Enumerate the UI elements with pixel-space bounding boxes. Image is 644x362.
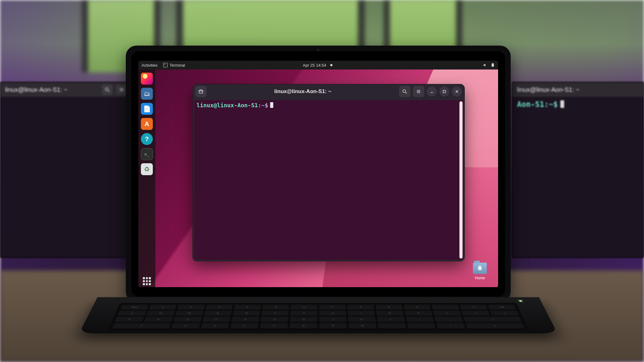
dock-trash[interactable]: ♻ xyxy=(141,163,153,175)
notifications-icon[interactable] xyxy=(329,63,334,67)
terminal-cursor xyxy=(270,102,273,108)
ubuntu-dock: 🗂 📄 A ? >_ ♻ xyxy=(138,70,155,287)
svg-point-5 xyxy=(330,64,333,66)
topbar-app-indicator[interactable]: Terminal xyxy=(163,63,185,68)
new-tab-button[interactable] xyxy=(195,86,207,97)
volume-icon[interactable] xyxy=(483,63,487,67)
prompt-path: ~ xyxy=(261,102,265,109)
screen-bezel: Activities Terminal Apr 25 14:54 xyxy=(131,51,505,297)
gnome-topbar: Activities Terminal Apr 25 14:54 xyxy=(138,61,498,70)
battery-icon[interactable] xyxy=(491,63,495,67)
dock-help[interactable]: ? xyxy=(141,133,153,145)
folder-home-icon xyxy=(473,263,487,274)
svg-point-12 xyxy=(403,90,406,92)
laptop-lid: Activities Terminal Apr 25 14:54 xyxy=(126,46,511,302)
close-button[interactable] xyxy=(452,86,462,97)
screen: Activities Terminal Apr 25 14:54 xyxy=(138,61,498,287)
terminal-scrollbar[interactable] xyxy=(459,101,463,259)
topbar-datetime[interactable]: Apr 25 14:54 xyxy=(303,63,326,68)
ext-terminal-body: Aon-S1:~$ xyxy=(513,97,643,112)
terminal-body[interactable]: linux@linux-Aon-S1:~$ xyxy=(194,100,463,260)
svg-line-1 xyxy=(108,90,109,92)
svg-rect-9 xyxy=(199,90,203,93)
svg-marker-6 xyxy=(484,64,486,66)
terminal-title: linux@linux-Aon-S1: ~ xyxy=(209,88,397,95)
show-applications-button[interactable] xyxy=(141,275,153,287)
keyboard: Esc1234567890-=⌫ ⇥QWERTYUIOP[]\ ⇪ASDFGHJ… xyxy=(108,303,529,330)
dock-firefox[interactable] xyxy=(141,73,153,85)
search-button[interactable] xyxy=(399,86,410,97)
document-icon: 📄 xyxy=(143,105,151,113)
svg-rect-18 xyxy=(443,90,446,93)
ext-terminal-title: linux@linux-Aon-S1: ~ xyxy=(5,86,68,93)
help-icon: ? xyxy=(145,136,149,143)
dock-files[interactable]: 🗂 xyxy=(141,88,153,100)
files-icon: 🗂 xyxy=(144,90,150,97)
topbar-app-label: Terminal xyxy=(169,63,185,68)
terminal-icon: >_ xyxy=(144,152,149,157)
external-monitor-left: linux@linux-Aon-S1: ~ xyxy=(0,82,132,258)
terminal-icon xyxy=(163,63,168,67)
menu-button[interactable] xyxy=(413,86,424,97)
ext-terminal-titlebar: linux@linux-Aon-S1: ~ xyxy=(513,82,643,97)
svg-rect-7 xyxy=(492,64,494,67)
prompt-userhost: linux@linux-Aon-S1 xyxy=(197,102,258,109)
ext-terminal-title: linux@linux-Aon-S1: ~ xyxy=(517,86,580,93)
cursor-block xyxy=(560,100,564,108)
terminal-window[interactable]: linux@linux-Aon-S1: ~ xyxy=(192,84,465,261)
recycle-icon: ♻ xyxy=(144,165,150,173)
ext-terminal-prompt: Aon-S1:~$ xyxy=(517,100,558,109)
svg-rect-8 xyxy=(492,63,493,64)
desktop-wallpaper: Home linux@linux-Aon-S1: ~ xyxy=(138,70,498,287)
dock-writer[interactable]: 📄 xyxy=(141,103,153,115)
ext-terminal-body xyxy=(1,97,131,103)
power-led xyxy=(519,300,522,302)
prompt-symbol: $ xyxy=(265,102,268,109)
svg-point-0 xyxy=(105,88,108,91)
terminal-headerbar[interactable]: linux@linux-Aon-S1: ~ xyxy=(193,84,464,99)
dock-software[interactable]: A xyxy=(141,118,153,130)
maximize-button[interactable] xyxy=(439,86,449,97)
hamburger-icon xyxy=(116,84,127,95)
desktop-home-label: Home xyxy=(475,276,485,280)
activities-button[interactable]: Activities xyxy=(142,63,158,68)
terminal-prompt-line: linux@linux-Aon-S1:~$ xyxy=(197,102,461,109)
dock-terminal[interactable]: >_ xyxy=(141,148,153,160)
search-icon xyxy=(102,84,113,95)
external-monitor-right: linux@linux-Aon-S1: ~ Aon-S1:~$ xyxy=(512,82,644,258)
laptop-base: Esc1234567890-=⌫ ⇥QWERTYUIOP[]\ ⇪ASDFGHJ… xyxy=(79,297,557,333)
laptop: Activities Terminal Apr 25 14:54 xyxy=(126,46,511,357)
software-icon: A xyxy=(145,120,149,128)
ext-terminal-titlebar: linux@linux-Aon-S1: ~ xyxy=(1,82,131,97)
svg-line-13 xyxy=(405,92,407,94)
minimize-button[interactable] xyxy=(427,86,437,97)
desktop-home-folder[interactable]: Home xyxy=(470,263,489,280)
